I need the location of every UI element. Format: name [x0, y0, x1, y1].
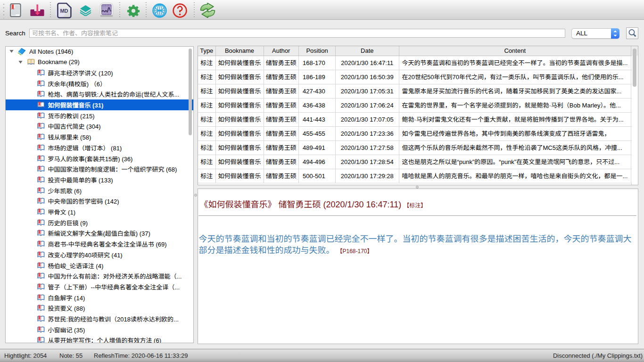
- svg-text:MD: MD: [60, 8, 68, 14]
